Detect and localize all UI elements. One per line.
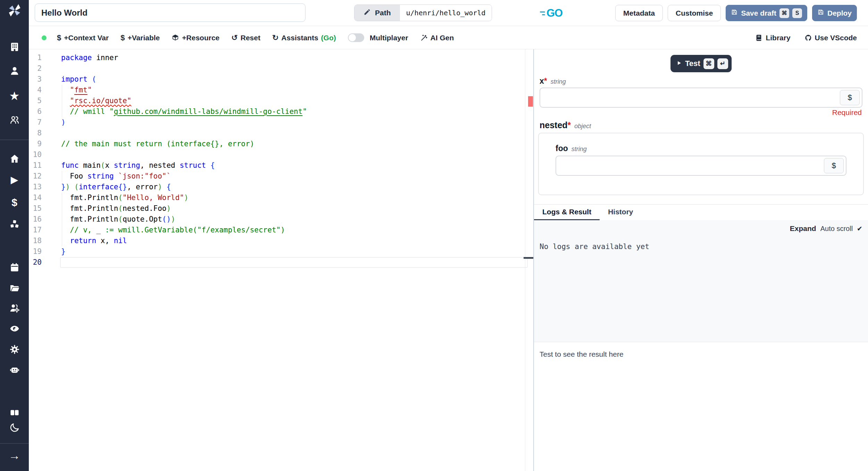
code-line-11[interactable]: 11func main(x string, nested struct { — [29, 160, 533, 171]
editor-toolbar: $+Context Var$+Variable+Resource↺Reset↻A… — [29, 26, 868, 49]
insert-variable-button[interactable]: $ — [840, 90, 860, 105]
scrollbar-thumb[interactable] — [524, 257, 533, 259]
arrow-right-icon: → — [9, 449, 20, 461]
sidebar-item-audit-logs[interactable] — [0, 321, 29, 336]
code-line-9[interactable]: 9// the main must return (interface{}, e… — [29, 139, 533, 149]
arg-foo-label: foo string — [556, 144, 587, 153]
multiplayer-toggle[interactable] — [348, 33, 364, 42]
deploy-label: Deploy — [827, 9, 852, 17]
line-number: 18 — [29, 236, 42, 246]
script-title-input[interactable] — [35, 3, 306, 22]
sidebar-item-settings[interactable] — [0, 342, 29, 357]
go-logo-text: GO — [546, 7, 562, 19]
dollar-sign-icon: $ — [120, 34, 125, 42]
code-line-8[interactable]: 8 — [29, 128, 533, 139]
insert-variable-button[interactable]: $ — [824, 158, 844, 173]
use-vscode-button[interactable]: Use VScode — [804, 34, 857, 42]
add-variable-button[interactable]: $+Variable — [120, 34, 160, 42]
line-number: 9 — [29, 139, 42, 149]
topbar-actions: Metadata Customise Save draft ⌘ S Deploy — [615, 5, 857, 21]
code-line-16[interactable]: 16 fmt.Println(quote.Opt()) — [29, 214, 533, 225]
code-line-6[interactable]: 6 // wmill "github.com/windmill-labs/win… — [29, 106, 533, 117]
autoscroll-checkbox[interactable]: ✔ — [857, 225, 862, 233]
star-icon: ★ — [9, 90, 20, 102]
ai-gen-label: AI Gen — [431, 34, 454, 42]
arg-x-input[interactable] — [540, 88, 862, 107]
code-line-14[interactable]: 14 fmt.Println("Hello, World") — [29, 192, 533, 203]
code-line-12[interactable]: 12 Foo string `json:"foo"` — [29, 171, 533, 182]
add-resource-button[interactable]: +Resource — [172, 34, 219, 42]
test-button[interactable]: Test ⌘ ↵ — [670, 55, 732, 72]
sidebar-item-workspace[interactable] — [0, 39, 29, 55]
library-button[interactable]: Library — [755, 34, 790, 42]
code-line-17[interactable]: 17 // v, _ := wmill.GetVariable("f/examp… — [29, 225, 533, 236]
code-line-18[interactable]: 18 return x, nil — [29, 236, 533, 246]
logs-controls: Expand Auto scroll ✔ — [790, 224, 862, 233]
dollar-sign-icon: $ — [57, 34, 61, 42]
line-number: 11 — [29, 160, 42, 171]
sidebar-item-user[interactable] — [0, 63, 29, 78]
code-line-7[interactable]: 7) — [29, 117, 533, 128]
sidebar: ★▶$→ — [0, 0, 29, 471]
use-vscode-label: Use VScode — [815, 34, 857, 42]
sidebar-item-favorites[interactable]: ★ — [0, 88, 29, 104]
code-line-20[interactable]: 20 — [29, 257, 533, 268]
github-icon — [804, 34, 812, 42]
code-line-4[interactable]: 4 "fmt" — [29, 85, 533, 96]
customise-button[interactable]: Customise — [668, 5, 721, 21]
sidebar-item-docs[interactable] — [0, 405, 29, 420]
sidebar-item-schedules[interactable] — [0, 260, 29, 275]
play-icon — [676, 59, 682, 68]
path-value[interactable]: u/henri/hello_world — [400, 5, 492, 21]
deploy-button[interactable]: Deploy — [812, 5, 857, 21]
windmill-logo-icon[interactable] — [7, 3, 22, 18]
tab-logs-result[interactable]: Logs & Result — [534, 205, 600, 220]
code-line-5[interactable]: 5 "rsc.io/quote" — [29, 96, 533, 106]
go-language-icon: GO — [540, 7, 562, 19]
save-draft-button[interactable]: Save draft ⌘ S — [726, 5, 807, 21]
tab-history[interactable]: History — [600, 205, 641, 220]
code-line-3[interactable]: 3import ( — [29, 74, 533, 85]
result-area: Test to see the result here — [534, 342, 868, 471]
add-variable-label: +Variable — [127, 34, 160, 42]
edit-path-button[interactable]: Path — [354, 5, 400, 21]
sidebar-item-dark-mode[interactable] — [0, 420, 29, 435]
metadata-button[interactable]: Metadata — [615, 5, 663, 21]
code-line-15[interactable]: 15 fmt.Println(nested.Foo) — [29, 203, 533, 214]
code-line-13[interactable]: 13}) (interface{}, error) { — [29, 182, 533, 192]
required-message: Required — [832, 108, 862, 117]
arg-x-label: x* string — [540, 76, 566, 86]
required-asterisk: * — [568, 120, 571, 130]
code-line-10[interactable]: 10 — [29, 149, 533, 160]
go-speed-lines — [540, 11, 545, 15]
code-line-2[interactable]: 2 — [29, 63, 533, 74]
reset-button[interactable]: ↺Reset — [231, 34, 260, 42]
expand-button[interactable]: Expand — [790, 224, 816, 233]
arg-x-field: $ — [540, 88, 862, 108]
wand-icon — [420, 34, 428, 42]
sidebar-divider — [0, 443, 29, 444]
status-dot — [42, 35, 47, 40]
code-line-19[interactable]: 19} — [29, 246, 533, 257]
sidebar-item-groups[interactable] — [0, 300, 29, 316]
sidebar-item-variables[interactable]: $ — [0, 195, 29, 210]
code-line-1[interactable]: 1package inner — [29, 52, 533, 63]
users-icon — [9, 114, 20, 126]
sidebar-item-folders[interactable] — [0, 280, 29, 296]
add-context-var-button[interactable]: $+Context Var — [57, 34, 109, 42]
sidebar-item-collaborators[interactable] — [0, 112, 29, 127]
result-placeholder: Test to see the result here — [540, 350, 624, 358]
code-editor[interactable]: 1package inner23import (4 "fmt"5 "rsc.io… — [29, 49, 533, 471]
ai-gen-button[interactable]: AI Gen — [420, 34, 454, 42]
nested-object-box: foo string $ — [538, 133, 864, 195]
assistants-button[interactable]: ↻Assistants(Go) — [272, 34, 336, 42]
sidebar-item-expand-sidebar[interactable]: → — [0, 448, 29, 463]
reset-label: Reset — [241, 34, 260, 42]
sidebar-item-runs[interactable]: ▶ — [0, 172, 29, 188]
sidebar-item-workers[interactable] — [0, 362, 29, 378]
users-gear-icon — [9, 302, 20, 314]
result-tabs: Logs & Result History — [534, 205, 868, 220]
sidebar-item-resources[interactable] — [0, 216, 29, 232]
arg-foo-input[interactable] — [556, 156, 846, 175]
sidebar-item-home[interactable] — [0, 151, 29, 166]
